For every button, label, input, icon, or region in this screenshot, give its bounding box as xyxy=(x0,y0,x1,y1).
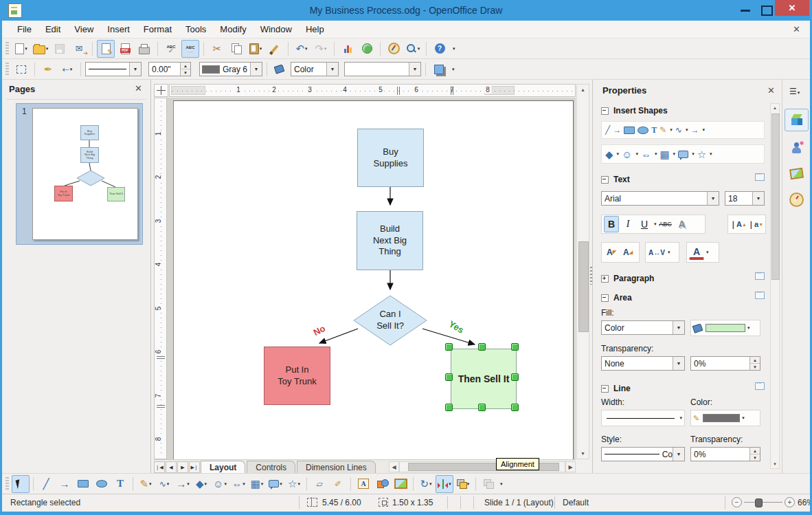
bold-button[interactable]: B xyxy=(604,216,619,232)
basic-shapes-icon[interactable]: ◆ xyxy=(605,149,613,160)
drawing-canvas[interactable]: Buy Supplies Build Next Big Thing Can I … xyxy=(167,98,576,459)
collapse-icon[interactable] xyxy=(601,294,609,302)
scroll-left-icon[interactable]: ◀ xyxy=(389,461,399,472)
reduce-font-icon[interactable]: A◢ xyxy=(620,244,635,261)
connector-yes-branch[interactable] xyxy=(422,329,475,344)
line-tool-button[interactable]: ╱ xyxy=(37,475,55,493)
zoom-slider-track[interactable] xyxy=(744,502,782,503)
fontwork-button[interactable]: A xyxy=(354,475,372,493)
sidebar-tab-gallery[interactable] xyxy=(785,162,809,185)
star-shapes-icon[interactable]: ☆ xyxy=(697,149,706,160)
last-layer-icon[interactable]: ▶❘ xyxy=(189,461,200,473)
canvas-vertical-scrollbar[interactable]: ▲ ▼ xyxy=(576,84,589,459)
first-layer-icon[interactable]: ❘◀ xyxy=(154,461,165,473)
lines-arrows-button[interactable]: →▾ xyxy=(174,475,192,493)
menu-format[interactable]: Format xyxy=(137,21,179,37)
insert-arrow-icon[interactable]: → xyxy=(613,126,621,134)
increase-spacing-icon[interactable]: ❘A▲ xyxy=(730,216,747,232)
vertical-ruler[interactable]: 1 2 3 4 5 6 7 8 xyxy=(154,98,167,459)
insert-chart-button[interactable] xyxy=(339,40,357,58)
section-insert-shapes[interactable]: Insert Shapes xyxy=(601,106,668,116)
edit-points-button[interactable]: ▱ xyxy=(311,475,328,493)
basic-shapes-button[interactable]: ◆▾ xyxy=(192,475,210,493)
sidebar-menu-icon[interactable]: ☰▾ xyxy=(789,87,800,96)
rectangle-tool-button[interactable] xyxy=(74,475,92,493)
underline-button[interactable]: U xyxy=(637,216,652,232)
selection-handle-w[interactable] xyxy=(445,373,453,381)
flowchart-node-toy-trunk[interactable]: Put In Toy Trunk xyxy=(264,347,330,405)
insert-lines-arrows-icon[interactable]: → xyxy=(690,126,699,134)
flowchart-decision-label[interactable]: Can I Sell It? xyxy=(363,307,418,334)
selection-handle-n[interactable] xyxy=(478,343,486,351)
selection-handle-e[interactable] xyxy=(511,373,519,381)
extrusion-button[interactable] xyxy=(480,475,497,493)
selection-handle-nw[interactable] xyxy=(445,343,453,351)
text-tool-button[interactable]: T xyxy=(111,475,129,493)
canvas-horizontal-scrollbar[interactable] xyxy=(399,461,565,472)
line-dialog-button[interactable]: ✒ xyxy=(39,61,57,78)
close-document-icon[interactable]: ✕ xyxy=(793,24,800,34)
collapse-icon[interactable] xyxy=(601,385,609,393)
pages-panel-close-icon[interactable]: ✕ xyxy=(135,83,142,94)
autospellcheck-button[interactable]: ABC﹏ xyxy=(181,40,199,58)
scroll-up-icon[interactable]: ▲ xyxy=(771,104,779,112)
close-button[interactable]: ✕ xyxy=(775,0,809,16)
font-name-select[interactable]: Arial▼ xyxy=(601,191,719,206)
horizontal-ruler[interactable]: 1 2 3 4 5 6 7 8 xyxy=(169,84,576,97)
alignment-button[interactable]: ▾ xyxy=(436,475,453,493)
expand-icon[interactable] xyxy=(601,275,609,283)
selection-handle-ne[interactable] xyxy=(511,343,519,351)
collapse-icon[interactable] xyxy=(601,176,609,184)
previous-layer-icon[interactable]: ◀ xyxy=(166,461,177,473)
edit-mode-button[interactable]: ✎ xyxy=(97,40,115,58)
flowchart-shapes-button[interactable]: ▦▾ xyxy=(248,475,266,493)
menu-view[interactable]: View xyxy=(67,21,100,37)
toolbar-overflow-icon[interactable]: ▾ xyxy=(452,67,455,72)
fill-color-button[interactable]: ▾ xyxy=(690,320,760,336)
symbol-shapes-button[interactable]: ☺▾ xyxy=(211,475,229,493)
insert-line-icon[interactable]: ╱ xyxy=(605,126,610,134)
format-paintbrush-button[interactable] xyxy=(266,40,284,58)
page-style[interactable]: Default xyxy=(563,498,589,507)
insert-curve-icon[interactable]: ✎ xyxy=(659,126,666,134)
select-tool-button[interactable] xyxy=(12,475,30,493)
menu-file[interactable]: File xyxy=(10,21,38,37)
insert-rectangle-icon[interactable] xyxy=(624,127,635,134)
next-layer-icon[interactable]: ▶ xyxy=(177,461,188,473)
page-thumbnail[interactable]: 1 Buy Supplies Build Next Big Thing Put … xyxy=(16,103,143,245)
selection-handle-se[interactable] xyxy=(511,404,519,411)
freeform-curve-button[interactable]: ✎▾ xyxy=(137,475,155,493)
line-style-select[interactable]: ▼ xyxy=(85,62,142,76)
ellipse-tool-button[interactable] xyxy=(93,475,111,493)
menu-insert[interactable]: Insert xyxy=(100,21,137,37)
undo-button[interactable]: ↶▾ xyxy=(293,40,311,58)
fill-type-select[interactable]: Color▼ xyxy=(601,320,685,335)
flowchart-shapes-icon[interactable]: ▦ xyxy=(659,149,669,160)
toolbar-grip[interactable] xyxy=(5,477,9,491)
transparency-value-stepper[interactable]: 0%▲▼ xyxy=(690,356,760,371)
insert-text-icon[interactable]: T xyxy=(651,126,657,134)
selection-handle-s[interactable] xyxy=(478,404,486,411)
navigator-button[interactable] xyxy=(385,40,403,58)
scroll-down-icon[interactable]: ▼ xyxy=(771,460,779,468)
symbol-shapes-icon[interactable]: ☺ xyxy=(622,149,632,160)
transparency-type-select[interactable]: None▼ xyxy=(601,356,685,371)
block-arrows-button[interactable]: ⇔▾ xyxy=(229,475,247,493)
menu-window[interactable]: Window xyxy=(253,21,299,37)
area-dialog-launcher-icon[interactable] xyxy=(755,292,765,299)
section-line[interactable]: Line xyxy=(601,384,631,393)
connector-button[interactable]: ∿▾ xyxy=(155,475,173,493)
arrange-button[interactable]: ▾ xyxy=(454,475,472,493)
export-pdf-button[interactable]: PDF xyxy=(116,40,134,58)
scroll-down-icon[interactable]: ▼ xyxy=(577,448,589,459)
properties-scrollbar[interactable]: ▲ ▼ xyxy=(770,103,780,469)
section-text[interactable]: Text xyxy=(601,175,630,184)
spelling-button[interactable]: ABC✓ xyxy=(162,40,180,58)
gallery-button[interactable] xyxy=(392,475,409,493)
line-transparency-stepper[interactable]: 0%▲▼ xyxy=(690,447,760,461)
print-button[interactable] xyxy=(135,40,153,58)
line-color-select[interactable]: Gray 6▼ xyxy=(199,62,262,76)
sidebar-tab-navigator[interactable] xyxy=(785,188,809,211)
toolbar-overflow-icon[interactable]: ▾ xyxy=(453,46,455,52)
zoom-button[interactable]: ▾ xyxy=(404,40,422,58)
